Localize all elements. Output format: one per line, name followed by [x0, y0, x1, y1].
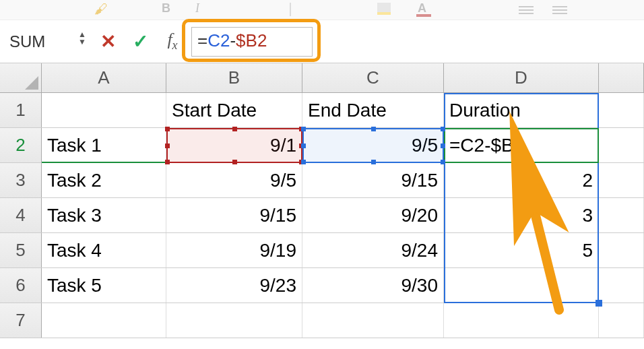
formula-op: - [230, 30, 236, 51]
ribbon-faded: 🖌 B I A [0, 0, 644, 20]
cell-B6[interactable]: 9/23 [166, 268, 302, 303]
cell-B7[interactable] [166, 303, 302, 338]
fill-color-icon [377, 3, 391, 12]
cell-E5[interactable] [599, 233, 644, 267]
row-header-3[interactable]: 3 [0, 163, 42, 197]
cell-D5[interactable]: 5 [444, 233, 599, 267]
cell-B2[interactable]: 9/1 [166, 128, 302, 162]
cell-C4[interactable]: 9/20 [302, 198, 444, 232]
row-header-4[interactable]: 4 [0, 198, 42, 232]
chevron-down-icon[interactable]: ▼ [78, 38, 86, 46]
cell-D2[interactable]: =C2-$B2 [444, 128, 599, 162]
cell-D4[interactable]: 3 [444, 198, 599, 232]
cell-A3[interactable]: Task 2 [42, 163, 166, 197]
spreadsheet-grid[interactable]: A B C D 1 Start Date End Date Duration 2… [0, 63, 644, 338]
cancel-icon[interactable]: ✕ [97, 30, 119, 53]
font-color-icon: A [418, 1, 426, 15]
formula-eq: = [197, 30, 207, 51]
cell-B1[interactable]: Start Date [166, 93, 302, 127]
cell-B4[interactable]: 9/15 [166, 198, 302, 232]
cell-B3[interactable]: 9/5 [166, 163, 302, 197]
col-header-B[interactable]: B [166, 63, 302, 92]
formula-bar-row: SUM ▲ ▼ ✕ ✓ fx =C2-$B2 [0, 20, 644, 63]
format-painter-icon: 🖌 [94, 1, 110, 18]
formula-ref1: C2 [207, 30, 230, 51]
row-7: 7 [0, 303, 644, 338]
row-5: 5 Task 4 9/19 9/24 5 [0, 233, 644, 268]
cell-C2[interactable]: 9/5 [302, 128, 444, 162]
row-3: 3 Task 2 9/5 9/15 2 [0, 163, 644, 198]
row-header-1[interactable]: 1 [0, 93, 42, 127]
cell-D6[interactable] [444, 268, 599, 303]
cell-D2-text: =C2-$B2 [449, 135, 524, 156]
cell-D3[interactable]: 2 [444, 163, 599, 197]
name-box[interactable]: SUM ▲ ▼ [4, 28, 92, 55]
cell-E7[interactable] [599, 303, 644, 338]
cell-A4[interactable]: Task 3 [42, 198, 166, 232]
cell-A7[interactable] [42, 303, 166, 338]
bold-icon: B [162, 1, 170, 15]
row-1: 1 Start Date End Date Duration [0, 93, 644, 128]
row-header-2[interactable]: 2 [0, 128, 42, 162]
cell-E2[interactable] [599, 128, 644, 162]
cell-E3[interactable] [599, 163, 644, 197]
accept-icon[interactable]: ✓ [129, 30, 151, 53]
row-6: 6 Task 5 9/23 9/30 [0, 268, 644, 303]
col-header-D[interactable]: D [444, 63, 599, 92]
fx-icon[interactable]: fx [162, 30, 183, 53]
align-center-icon [552, 4, 567, 16]
fill-handle[interactable] [595, 300, 602, 307]
formula-ref2: $B2 [236, 30, 267, 51]
cell-A1[interactable] [42, 93, 166, 127]
cell-E6[interactable] [599, 268, 644, 303]
italic-icon: I [195, 1, 199, 15]
cell-C1[interactable]: End Date [302, 93, 444, 127]
cell-C5[interactable]: 9/24 [302, 233, 444, 267]
name-box-stepper[interactable]: ▲ ▼ [78, 31, 86, 46]
cell-A2[interactable]: Task 1 [42, 128, 166, 162]
cell-E1[interactable] [599, 93, 644, 127]
row-header-5[interactable]: 5 [0, 233, 42, 267]
cell-C7[interactable] [302, 303, 444, 338]
align-left-icon [519, 4, 534, 16]
cell-B5[interactable]: 9/19 [166, 233, 302, 267]
cell-A5[interactable]: Task 4 [42, 233, 166, 267]
cell-D7[interactable] [444, 303, 599, 338]
col-header-A[interactable]: A [42, 63, 166, 92]
row-4: 4 Task 3 9/15 9/20 3 [0, 198, 644, 233]
column-headers: A B C D [0, 63, 644, 93]
col-header-C[interactable]: C [302, 63, 444, 92]
cell-C3[interactable]: 9/15 [302, 163, 444, 197]
row-2: 2 Task 1 9/1 9/5 =C2-$B2 [0, 128, 644, 163]
cell-E4[interactable] [599, 198, 644, 232]
formula-input[interactable]: =C2-$B2 [191, 27, 313, 57]
name-box-value: SUM [9, 32, 45, 51]
separator [290, 3, 291, 16]
row-header-6[interactable]: 6 [0, 268, 42, 303]
cell-D1[interactable]: Duration [444, 93, 599, 127]
row-header-7[interactable]: 7 [0, 303, 42, 338]
select-all-corner[interactable] [0, 63, 42, 92]
cell-C6[interactable]: 9/30 [302, 268, 444, 303]
cell-A6[interactable]: Task 5 [42, 268, 166, 303]
col-header-blank[interactable] [599, 63, 644, 92]
